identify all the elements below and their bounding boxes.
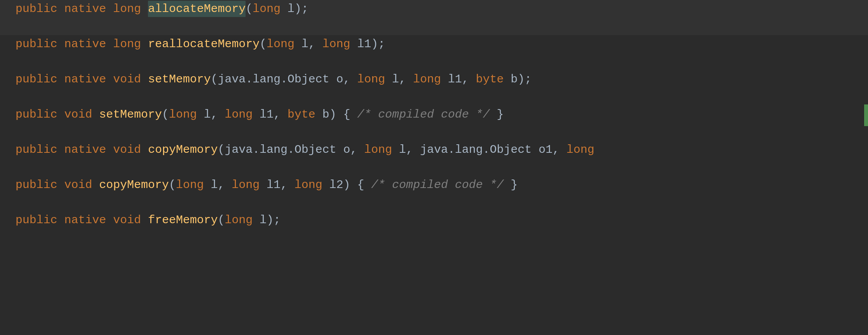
method-copy-memory: copyMemory xyxy=(99,177,169,193)
comma: , xyxy=(273,106,287,123)
type-object: Object xyxy=(490,142,531,158)
param-l1: l1 xyxy=(266,177,280,193)
comma: , xyxy=(462,71,476,87)
keyword-long: long xyxy=(225,212,253,228)
space xyxy=(280,1,287,17)
keyword-void: void xyxy=(64,177,92,193)
keyword-public: public xyxy=(15,106,57,123)
lbrace: { xyxy=(357,177,364,193)
type-lang: lang xyxy=(260,142,287,158)
code-line[interactable]: public native void copyMemory(java.lang.… xyxy=(0,141,868,176)
type-object: Object xyxy=(294,142,336,158)
param-l: l xyxy=(211,177,218,193)
keyword-long: long xyxy=(113,1,141,17)
space xyxy=(92,106,99,123)
semicolon: ; xyxy=(301,1,308,17)
keyword-long: long xyxy=(364,142,392,158)
keyword-long: long xyxy=(567,142,595,158)
space xyxy=(57,1,64,17)
code-line[interactable]: public native void setMemory(java.lang.O… xyxy=(0,70,868,106)
dot: . xyxy=(448,142,455,158)
space xyxy=(441,71,448,87)
rparen: ) xyxy=(329,106,336,123)
space xyxy=(106,71,113,87)
space xyxy=(336,106,343,123)
space xyxy=(315,106,322,123)
keyword-long: long xyxy=(232,177,260,193)
method-set-memory: setMemory xyxy=(99,106,162,123)
space xyxy=(504,177,510,193)
keyword-long: long xyxy=(169,106,197,123)
code-line[interactable]: public native long allocateMemory(long l… xyxy=(0,0,868,35)
rparen: ) xyxy=(517,71,524,87)
param-l2: l2 xyxy=(329,177,343,193)
keyword-native: native xyxy=(64,1,106,17)
space xyxy=(141,71,148,87)
keyword-long: long xyxy=(176,177,204,193)
space xyxy=(92,177,99,193)
type-lang: lang xyxy=(253,71,280,87)
keyword-public: public xyxy=(15,142,57,158)
code-line[interactable]: public native long reallocateMemory(long… xyxy=(0,35,868,70)
keyword-long: long xyxy=(357,71,385,87)
code-line[interactable]: public native void freeMemory(long l); xyxy=(0,211,868,246)
param-l: l xyxy=(287,1,294,17)
comma: , xyxy=(553,142,567,158)
comma: , xyxy=(308,36,322,52)
space xyxy=(197,106,204,123)
keyword-public: public xyxy=(15,71,57,87)
param-l1: l1 xyxy=(448,71,462,87)
method-copy-memory: copyMemory xyxy=(148,142,218,158)
type-java: java xyxy=(225,142,253,158)
comma: , xyxy=(211,106,225,123)
rbrace: } xyxy=(510,177,517,193)
param-o: o xyxy=(336,71,343,87)
code-editor[interactable]: public native long allocateMemory(long l… xyxy=(0,0,868,335)
space xyxy=(392,142,399,158)
space xyxy=(57,36,64,52)
space xyxy=(57,142,64,158)
param-l: l xyxy=(301,36,308,52)
keyword-long: long xyxy=(225,106,253,123)
rparen: ) xyxy=(371,36,378,52)
space xyxy=(294,36,301,52)
code-line[interactable]: public void setMemory(long l, long l1, b… xyxy=(0,106,868,141)
lparen: ( xyxy=(162,106,169,123)
keyword-void: void xyxy=(113,142,141,158)
space xyxy=(260,177,266,193)
keyword-byte: byte xyxy=(476,71,504,87)
rbrace: } xyxy=(497,106,504,123)
space xyxy=(141,1,148,17)
param-l: l xyxy=(392,71,399,87)
space xyxy=(106,1,113,17)
space xyxy=(57,71,64,87)
space xyxy=(57,212,64,228)
rparen: ) xyxy=(343,177,350,193)
method-reallocate-memory: reallocateMemory xyxy=(148,36,260,52)
code-line[interactable]: public void copyMemory(long l, long l1, … xyxy=(0,176,868,211)
dot: . xyxy=(280,71,287,87)
space xyxy=(141,212,148,228)
rparen: ) xyxy=(266,212,273,228)
keyword-native: native xyxy=(64,212,106,228)
space xyxy=(322,177,329,193)
comma: , xyxy=(280,177,294,193)
space xyxy=(106,212,113,228)
space xyxy=(336,142,343,158)
param-l: l xyxy=(260,212,266,228)
keyword-long: long xyxy=(322,36,350,52)
semicolon: ; xyxy=(378,36,385,52)
param-o: o xyxy=(343,142,350,158)
scrollbar-marker[interactable] xyxy=(864,104,868,126)
method-free-memory: freeMemory xyxy=(148,212,218,228)
keyword-native: native xyxy=(64,142,106,158)
lparen: ( xyxy=(218,142,225,158)
semicolon: ; xyxy=(525,71,532,87)
comma: , xyxy=(350,142,364,158)
space xyxy=(350,36,357,52)
lbrace: { xyxy=(343,106,350,123)
keyword-native: native xyxy=(64,36,106,52)
dot: . xyxy=(253,142,260,158)
method-set-memory: setMemory xyxy=(148,71,211,87)
space xyxy=(490,106,497,123)
